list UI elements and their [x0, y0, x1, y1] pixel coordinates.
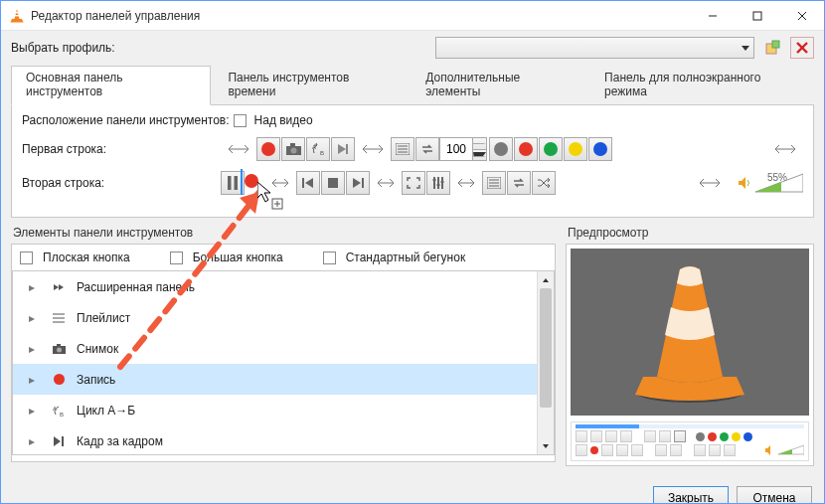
- tab-extra-elements[interactable]: Дополнительные элементы: [411, 66, 587, 105]
- mini-dot[interactable]: [696, 432, 705, 441]
- close-button[interactable]: Закрыть: [653, 486, 729, 504]
- separator-icon[interactable]: [227, 144, 250, 154]
- list-item[interactable]: ▸ Кадр за кадром: [13, 425, 537, 454]
- tab-fullscreen[interactable]: Панель для полноэкранного режима: [589, 66, 814, 105]
- frame-step-button[interactable]: [331, 137, 355, 161]
- mini-dot[interactable]: [708, 432, 717, 441]
- record-icon: [245, 174, 258, 188]
- scroll-thumb[interactable]: [540, 288, 552, 408]
- editor-window: Редактор панелей управления Выбрать проф…: [0, 0, 825, 504]
- scroll-down[interactable]: [538, 437, 554, 454]
- minimize-button[interactable]: [690, 1, 735, 30]
- svg-rect-23: [302, 178, 304, 188]
- mini-volume-icon: [778, 444, 804, 456]
- list-item[interactable]: ▸ Снимок: [13, 333, 537, 364]
- volume-control[interactable]: 55%: [738, 172, 803, 194]
- big-button-option[interactable]: Большая кнопка: [170, 251, 283, 264]
- prev-button[interactable]: [296, 171, 320, 195]
- list-item-selected[interactable]: ▸ Запись: [13, 364, 537, 395]
- playlist-icon: [396, 143, 410, 155]
- mini-btn[interactable]: [659, 430, 671, 442]
- mini-btn[interactable]: [674, 430, 686, 442]
- tab-main-toolbar[interactable]: Основная панель инструментов: [11, 66, 211, 105]
- vlc-icon: [9, 8, 25, 24]
- delete-profile-button[interactable]: [790, 37, 814, 59]
- mini-dot[interactable]: [590, 446, 598, 454]
- fullscreen-button[interactable]: [402, 171, 425, 195]
- color-blue-button[interactable]: [588, 137, 612, 161]
- spin-up[interactable]: [472, 138, 486, 150]
- separator-icon[interactable]: [376, 178, 396, 188]
- next-button[interactable]: [346, 171, 370, 195]
- mini-btn[interactable]: [631, 444, 643, 456]
- mini-btn[interactable]: [620, 430, 632, 442]
- cancel-button[interactable]: Отмена: [737, 486, 812, 504]
- svg-rect-0: [15, 12, 19, 13]
- svg-marker-38: [739, 177, 745, 189]
- mini-btn[interactable]: [576, 430, 587, 442]
- color-red-button[interactable]: [514, 137, 538, 161]
- dialog-footer: Закрыть Отмена: [1, 476, 824, 504]
- color-yellow-button[interactable]: [564, 137, 587, 161]
- list-item[interactable]: ▸ AB Цикл А→Б: [13, 395, 537, 425]
- svg-rect-11: [290, 143, 295, 146]
- playlist-button[interactable]: [391, 137, 414, 161]
- window-title: Редактор панелей управления: [31, 9, 200, 23]
- scroll-up[interactable]: [538, 271, 554, 288]
- spin-down[interactable]: [472, 150, 486, 161]
- mini-btn[interactable]: [655, 444, 667, 456]
- new-profile-button[interactable]: [760, 37, 784, 59]
- mini-btn[interactable]: [724, 444, 736, 456]
- mini-btn[interactable]: [670, 444, 682, 456]
- above-video-checkbox[interactable]: [234, 114, 247, 127]
- separator-icon[interactable]: [456, 178, 476, 188]
- flat-button-option[interactable]: Плоская кнопка: [20, 251, 130, 264]
- mini-btn[interactable]: [644, 430, 656, 442]
- color-grey-button[interactable]: [489, 137, 513, 161]
- color-green-button[interactable]: [539, 137, 563, 161]
- maximize-button[interactable]: [735, 1, 779, 30]
- ext-settings-button[interactable]: [426, 171, 450, 195]
- svg-rect-22: [235, 176, 239, 190]
- mini-btn[interactable]: [694, 444, 706, 456]
- speed-spinner[interactable]: [439, 137, 487, 161]
- svg-rect-21: [228, 176, 232, 190]
- mini-btn[interactable]: [616, 444, 628, 456]
- mini-dot[interactable]: [720, 432, 729, 441]
- frame-step-icon: [336, 142, 350, 156]
- mini-btn[interactable]: [601, 444, 613, 456]
- list-scrollbar[interactable]: [537, 271, 554, 454]
- separator-icon[interactable]: [361, 144, 385, 154]
- tab-time-toolbar[interactable]: Панель инструментов времени: [213, 66, 409, 105]
- loop-icon: [420, 143, 434, 155]
- mini-btn[interactable]: [576, 444, 587, 456]
- speed-input[interactable]: [440, 138, 472, 160]
- expand-icon[interactable]: [773, 144, 797, 154]
- mini-btn[interactable]: [709, 444, 721, 456]
- mini-btn[interactable]: [590, 430, 602, 442]
- loop-ab-button[interactable]: AB: [306, 137, 330, 161]
- std-slider-option[interactable]: Стандартный бегунок: [323, 251, 466, 264]
- stop-button[interactable]: [321, 171, 345, 195]
- playlist-icon: [51, 313, 67, 323]
- playlist2-button[interactable]: [482, 171, 506, 195]
- list-item[interactable]: ▸ Плейлист: [13, 302, 537, 333]
- fullscreen-icon: [407, 177, 420, 189]
- loop2-button[interactable]: [507, 171, 531, 195]
- mini-dot[interactable]: [743, 432, 752, 441]
- drag-record-chip[interactable]: [241, 169, 260, 195]
- close-window-button[interactable]: [779, 1, 824, 30]
- list-item[interactable]: ▸ Расширенная панель: [13, 271, 537, 302]
- shuffle-button[interactable]: [532, 171, 556, 195]
- expand-icon[interactable]: [698, 178, 722, 188]
- mini-dot[interactable]: [732, 432, 741, 441]
- tabs: Основная панель инструментов Панель инст…: [11, 65, 814, 105]
- profile-combo[interactable]: [435, 37, 754, 59]
- record-button[interactable]: [256, 137, 280, 161]
- mini-btn[interactable]: [605, 430, 617, 442]
- separator-icon[interactable]: [270, 178, 290, 188]
- green-dot-icon: [544, 142, 558, 156]
- loop-button[interactable]: [415, 137, 439, 161]
- snapshot-button[interactable]: [281, 137, 305, 161]
- mini-seek[interactable]: [576, 424, 804, 428]
